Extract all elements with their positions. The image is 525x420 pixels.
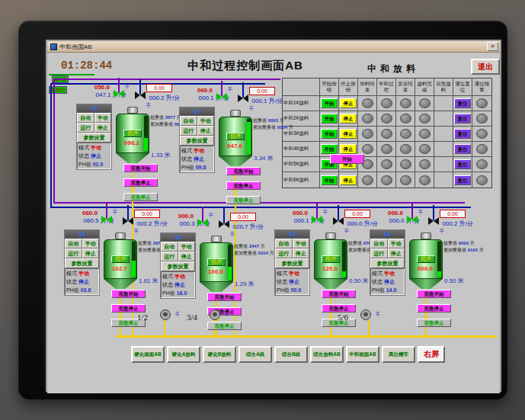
stop-button[interactable]: 停止 — [178, 252, 196, 261]
clock: 01:28:44 — [61, 59, 112, 72]
status-box: 模式 手动 状态 停止 PH值 09.8 — [180, 146, 214, 172]
start-button[interactable]: 开始 — [321, 98, 338, 108]
nav-button[interactable]: 综合A线 — [238, 346, 272, 363]
level-reset-button[interactable]: 复位 — [454, 98, 471, 108]
stop-button[interactable]: 停止 — [340, 175, 357, 185]
exit-button[interactable]: 退出 — [471, 59, 500, 75]
level-reset-button[interactable]: 复位 — [454, 129, 471, 139]
manual-button[interactable]: 手动 — [178, 242, 196, 252]
manual-button[interactable]: 手动 — [94, 113, 112, 123]
manual-button[interactable]: 手动 — [82, 239, 100, 248]
auto-button[interactable]: 自动 — [161, 242, 178, 252]
agitator-button[interactable]: 搅拌 — [123, 130, 142, 137]
stop-button[interactable]: 停止 — [197, 126, 215, 136]
run-button[interactable]: 运行 — [370, 248, 388, 258]
auto-button[interactable]: 自动 — [370, 239, 388, 248]
pump-group: 5/6 手 — [338, 309, 386, 325]
stop-button[interactable]: 停止 — [340, 144, 357, 154]
start-button[interactable]: 开始 — [321, 144, 338, 154]
start-button[interactable]: 开始 — [321, 114, 338, 123]
flow2-setpoint-box: 0.00 — [440, 210, 466, 218]
row-label: 中和4#放料 — [283, 142, 320, 156]
params-button[interactable]: 参数设置 — [161, 261, 195, 271]
run-button[interactable]: 运行 — [77, 123, 94, 133]
emergency-start-button[interactable]: 应急开始 — [417, 290, 451, 298]
level-reset-button[interactable]: 复位 — [454, 159, 471, 169]
emergency-stop-button[interactable]: 应急停止 — [226, 181, 261, 190]
nav-button[interactable]: 中和画面AB — [346, 346, 379, 363]
auto-button[interactable]: 自动 — [275, 239, 293, 248]
stop-button[interactable]: 停止 — [388, 248, 405, 258]
emergency-start-button[interactable]: 应急开始 — [123, 164, 158, 172]
neutralize-lamp — [381, 114, 392, 123]
reaction-end-lamp — [400, 175, 411, 185]
level-reset-button[interactable]: 复位 — [454, 175, 471, 185]
emergency-stop-button[interactable]: 应急停止 — [417, 304, 451, 313]
stop-button[interactable]: 停止 — [340, 114, 357, 123]
run-button[interactable]: 运行 — [180, 126, 197, 136]
run-button[interactable]: 运行 — [65, 248, 82, 258]
params-button[interactable]: 参数设置 — [180, 136, 214, 146]
nav-button[interactable]: 硬化B放料 — [203, 346, 236, 363]
agitator-button[interactable]: 搅拌 — [226, 133, 245, 140]
params-button[interactable]: 参数设置 — [77, 133, 111, 143]
start-button[interactable]: 开始 — [321, 129, 338, 139]
agitator-button[interactable]: 搅拌 — [322, 255, 340, 263]
start-button[interactable]: 开始 — [321, 175, 338, 185]
emergency-stop-disabled-button[interactable]: 应急停止 — [226, 196, 261, 204]
stop-button[interactable]: 停止 — [82, 248, 100, 258]
emergency-start-button[interactable]: 应急开始 — [226, 167, 261, 175]
status-box: 模式 手动 状态 停止 PH值 16.0 — [161, 271, 195, 298]
nav-button[interactable]: 硬化A放料 — [167, 346, 200, 363]
run-button[interactable]: 运行 — [275, 248, 293, 258]
batch-readouts: 批重值 3447 升 累加重量值 0104 升 — [234, 243, 274, 257]
emergency-discharge-button[interactable]: 开始 — [330, 154, 364, 164]
flow-setpoint: 060.0 — [179, 87, 213, 94]
params-button[interactable]: 参数设置 — [370, 258, 405, 268]
mode-value: 手动 — [194, 148, 204, 153]
emergency-stop-disabled-button[interactable]: 应急停止 — [123, 193, 158, 201]
stop-button[interactable]: 停止 — [94, 123, 112, 133]
nav-button[interactable]: 右屏 — [418, 346, 445, 363]
params-button[interactable]: 参数设置 — [275, 258, 309, 268]
level-reset-button[interactable]: 复位 — [454, 144, 471, 154]
nav-button[interactable]: 硬化画面AB — [131, 346, 165, 363]
nav-button[interactable]: 综合B线 — [274, 346, 308, 363]
manual-button[interactable]: 手动 — [197, 116, 215, 126]
emergency-start-button[interactable]: 应急开始 — [111, 290, 146, 298]
emergency-start-button[interactable]: 应急开始 — [322, 290, 356, 298]
hmi-content: 01:28:44 中和过程控制画面AB 中和放料 退出 碱A罐 添加剂 — [47, 53, 500, 393]
params-button[interactable]: 参数设置 — [65, 258, 99, 268]
stop-button[interactable]: 停止 — [340, 98, 357, 108]
mode-value: 手动 — [384, 271, 395, 276]
agitator-button[interactable]: 搅拌 — [207, 258, 226, 266]
reactor-group: 000.0 000.1 升/分 手 手 0.00 000.0 升/分 5# 自动… — [274, 210, 381, 318]
run-button[interactable]: 运行 — [161, 252, 178, 261]
manual-button[interactable]: 手动 — [293, 239, 310, 248]
feed-end-lamp — [362, 144, 373, 154]
level-reset-button[interactable]: 复位 — [454, 114, 471, 123]
auto-button[interactable]: 自动 — [180, 116, 197, 126]
nav-button[interactable]: 高位槽车 — [382, 346, 415, 363]
auto-button[interactable]: 自动 — [65, 239, 82, 248]
reactor-group: 060.0 060.5 升/分 手 手 0.00 000.2 升/分 3# 自动… — [64, 210, 171, 318]
stop-button[interactable]: 停止 — [340, 129, 357, 139]
auto-button[interactable]: 自动 — [77, 113, 94, 123]
stop-button[interactable]: 停止 — [293, 248, 310, 258]
agitator-button[interactable]: 搅拌 — [111, 255, 130, 263]
close-icon[interactable]: × — [487, 42, 498, 51]
emergency-stop-button[interactable]: 应急停止 — [123, 178, 158, 187]
agitator-button[interactable]: 搅拌 — [417, 255, 435, 263]
emergency-start-button[interactable]: 应急开始 — [207, 293, 242, 301]
reactor-id: 3# — [65, 230, 99, 239]
reactor-panel: 3# 自动 手动 运行 停止 参数设置 模式 手动 状态 停止 PH值 03.6 — [64, 229, 100, 296]
emergency-stop-disabled-button[interactable]: 应急停止 — [417, 319, 451, 327]
table-row: 中和5#放料 开始 停止 开始 复位 — [283, 157, 491, 172]
level-readout: 1.29 米 — [235, 280, 254, 288]
reactor-panel: 6# 自动 手动 运行 停止 参数设置 模式 手动 状态 停止 PH值 14.0 — [370, 229, 405, 296]
nav-button[interactable]: 综合放料AB — [310, 346, 344, 363]
level-alarm-lamp — [476, 98, 488, 108]
batch-readouts: 批重值 0000 升 累加重量值 0105 升 — [443, 240, 484, 254]
manual-button[interactable]: 手动 — [388, 239, 405, 248]
discharge-done-lamp — [419, 175, 431, 185]
